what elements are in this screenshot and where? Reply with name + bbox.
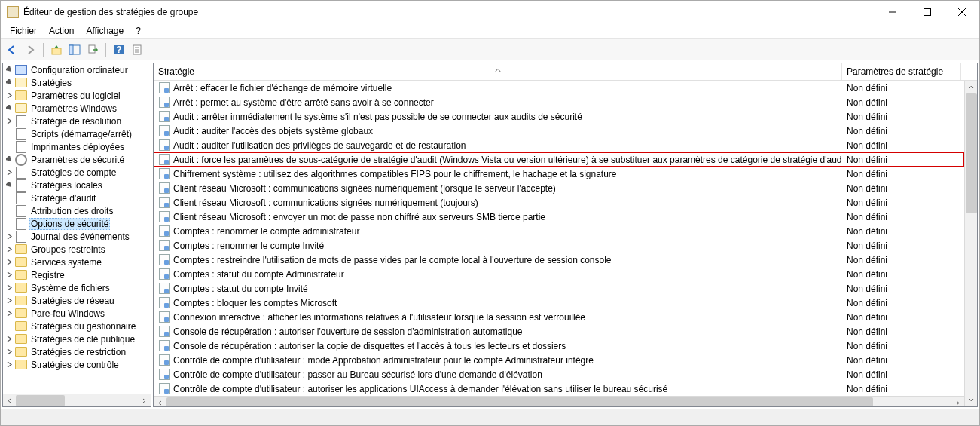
- tree-node[interactable]: Attribution des droits: [29, 206, 114, 216]
- tree-node[interactable]: Stratégies du gestionnaire: [29, 321, 137, 332]
- tree-node[interactable]: Stratégie de résolution: [29, 116, 123, 127]
- expand-icon[interactable]: [5, 296, 14, 305]
- expand-icon[interactable]: [5, 117, 14, 126]
- list-row[interactable]: Audit : auditer l'accès des objets systè…: [154, 124, 964, 138]
- policy-value: Non défini: [842, 326, 961, 337]
- expand-icon[interactable]: [5, 348, 14, 357]
- expand-icon[interactable]: [5, 232, 14, 241]
- tree-node-root[interactable]: Configuration ordinateur: [29, 65, 130, 75]
- tree-node[interactable]: Paramètres Windows: [29, 103, 118, 114]
- scroll-thumb[interactable]: [16, 395, 65, 406]
- expand-icon[interactable]: [5, 66, 14, 75]
- list-row[interactable]: Contrôle de compte d'utilisateur : mode …: [154, 353, 964, 367]
- expand-icon[interactable]: [5, 104, 14, 113]
- policy-name: Console de récupération : autoriser la c…: [173, 341, 566, 351]
- list-row[interactable]: Contrôle de compte d'utilisateur : autor…: [154, 382, 964, 396]
- close-button[interactable]: [945, 1, 979, 23]
- tree-node[interactable]: Scripts (démarrage/arrêt): [29, 129, 133, 139]
- list-row[interactable]: Client réseau Microsoft : communications…: [154, 181, 964, 195]
- list-row[interactable]: Chiffrement système : utilisez des algor…: [154, 167, 964, 181]
- tree-node[interactable]: Stratégie d'audit: [29, 193, 97, 204]
- tree-horizontal-scrollbar[interactable]: [3, 394, 151, 406]
- list-vertical-scrollbar[interactable]: [964, 81, 977, 406]
- list-row[interactable]: Comptes : restreindre l'utilisation de m…: [154, 253, 964, 267]
- tree-node[interactable]: Imprimantes déployées: [29, 142, 126, 152]
- show-hide-tree-button[interactable]: [66, 41, 83, 58]
- list-row[interactable]: Comptes : bloquer les comptes MicrosoftN…: [154, 296, 964, 310]
- expand-icon[interactable]: [5, 245, 14, 254]
- list-row[interactable]: Console de récupération : autoriser la c…: [154, 339, 964, 353]
- menu-action[interactable]: Action: [43, 24, 80, 38]
- list-horizontal-scrollbar[interactable]: [154, 396, 964, 406]
- tree-node[interactable]: Stratégies de clé publique: [29, 334, 136, 345]
- list-row[interactable]: Contrôle de compte d'utilisateur : passe…: [154, 367, 964, 382]
- list-row[interactable]: Client réseau Microsoft : communications…: [154, 195, 964, 210]
- tree-node[interactable]: Pare-feu Windows: [29, 308, 106, 319]
- tree-node[interactable]: Stratégies locales: [29, 180, 104, 191]
- maximize-button[interactable]: [910, 1, 945, 23]
- column-header-strategy[interactable]: Stratégie: [154, 63, 842, 80]
- tree-node[interactable]: Paramètres de sécurité: [29, 155, 126, 165]
- expand-icon[interactable]: [5, 309, 14, 318]
- policy-item-icon: [158, 211, 170, 223]
- list-row[interactable]: Audit : force les paramètres de sous-cat…: [154, 152, 964, 167]
- list-row[interactable]: Comptes : renommer le compte InvitéNon d…: [154, 238, 964, 253]
- tree-node[interactable]: Services système: [29, 257, 103, 268]
- tree-node[interactable]: Journal des événements: [29, 231, 131, 242]
- policy-item-icon: [158, 354, 170, 366]
- expand-icon[interactable]: [5, 78, 14, 87]
- forward-button[interactable]: [22, 41, 38, 58]
- scroll-thumb[interactable]: [966, 93, 977, 213]
- list-row[interactable]: Console de récupération : autoriser l'ou…: [154, 324, 964, 339]
- tree-node[interactable]: Paramètres du logiciel: [29, 90, 122, 101]
- policy-value: Non défini: [842, 112, 961, 122]
- list-body[interactable]: Arrêt : effacer le fichier d'échange de …: [154, 81, 964, 396]
- list-row[interactable]: Comptes : statut du compte Administrateu…: [154, 267, 964, 281]
- list-row[interactable]: Audit : arrêter immédiatement le système…: [154, 109, 964, 124]
- expand-icon[interactable]: [5, 181, 14, 190]
- scroll-right-icon[interactable]: [951, 397, 964, 406]
- column-header-param[interactable]: Paramètres de stratégie: [842, 63, 961, 80]
- back-button[interactable]: [4, 41, 20, 58]
- expand-icon[interactable]: [5, 258, 14, 267]
- list-row[interactable]: Comptes : statut du compte InvitéNon déf…: [154, 281, 964, 296]
- list-row[interactable]: Audit : auditer l'utilisation des privil…: [154, 138, 964, 152]
- expand-icon[interactable]: [5, 91, 14, 100]
- expand-icon[interactable]: [5, 360, 14, 369]
- expand-icon[interactable]: [5, 168, 14, 177]
- tree-node[interactable]: Registre: [29, 270, 66, 280]
- list-row[interactable]: Comptes : renommer le compte administrat…: [154, 224, 964, 238]
- expand-icon[interactable]: [5, 155, 14, 164]
- scroll-up-icon[interactable]: [965, 81, 977, 93]
- tree-node[interactable]: Stratégies de réseau: [29, 296, 116, 306]
- tree-node[interactable]: Groupes restreints: [29, 244, 107, 255]
- scroll-left-icon[interactable]: [3, 394, 16, 407]
- tree-node[interactable]: Système de fichiers: [29, 283, 111, 293]
- policy-value: Non défini: [842, 83, 961, 93]
- scroll-right-icon[interactable]: [138, 394, 151, 407]
- expand-icon[interactable]: [5, 335, 14, 344]
- tree-node-selected[interactable]: Options de sécurité: [29, 218, 110, 230]
- list-row[interactable]: Client réseau Microsoft : envoyer un mot…: [154, 210, 964, 224]
- help-button[interactable]: ?: [111, 41, 127, 58]
- list-row[interactable]: Arrêt : effacer le fichier d'échange de …: [154, 81, 964, 95]
- scroll-thumb[interactable]: [166, 397, 873, 406]
- minimize-button[interactable]: [875, 1, 910, 23]
- list-row[interactable]: Arrêt : permet au système d'être arrêté …: [154, 95, 964, 109]
- tree-node[interactable]: Stratégies de contrôle: [29, 360, 121, 370]
- properties-button[interactable]: [129, 41, 145, 58]
- tree-node[interactable]: Stratégies de compte: [29, 167, 118, 178]
- tree-node[interactable]: Stratégies: [29, 78, 73, 88]
- expand-icon[interactable]: [5, 283, 14, 293]
- expand-icon[interactable]: [5, 271, 14, 280]
- scroll-left-icon[interactable]: [154, 397, 166, 406]
- menu-view[interactable]: Affichage: [80, 24, 130, 38]
- list-row[interactable]: Connexion interactive : afficher les inf…: [154, 310, 964, 324]
- menu-help[interactable]: ?: [130, 24, 147, 38]
- export-button[interactable]: [84, 41, 101, 58]
- scroll-down-icon[interactable]: [965, 394, 977, 406]
- tree-node[interactable]: Stratégies de restriction: [29, 347, 127, 357]
- up-button[interactable]: [48, 41, 65, 58]
- menu-file[interactable]: Fichier: [4, 24, 43, 38]
- navigation-tree[interactable]: Configuration ordinateur Stratégies Para…: [3, 63, 151, 394]
